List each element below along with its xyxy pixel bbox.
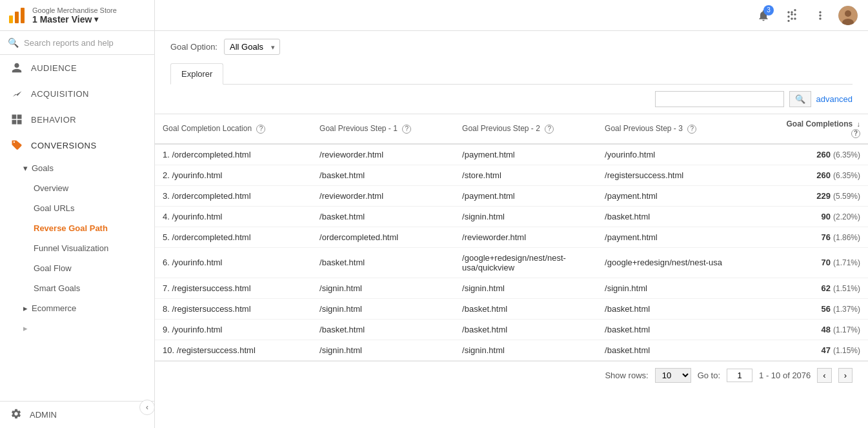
nav-reverse-goal-path[interactable]: Reverse Goal Path bbox=[0, 218, 154, 238]
table-cell[interactable]: /basket.html bbox=[597, 206, 754, 227]
help-icon-col3[interactable]: ? bbox=[687, 125, 696, 134]
table-cell[interactable]: 6. /yourinfo.html bbox=[155, 247, 312, 278]
user-avatar[interactable] bbox=[838, 6, 858, 25]
table-cell: 260(6.35%) bbox=[754, 165, 868, 185]
collapse-sidebar-button[interactable]: ‹ bbox=[139, 400, 155, 415]
table-cell[interactable]: /google+redesign/nest/nest-usa bbox=[597, 247, 754, 278]
sort-arrow: ↓ bbox=[857, 120, 861, 128]
table-cell[interactable]: 2. /yourinfo.html bbox=[155, 165, 312, 185]
table-cell[interactable]: /ordercompleted.html bbox=[312, 227, 454, 247]
table-cell[interactable]: /signin.html bbox=[454, 278, 597, 298]
goto-input[interactable]: 1 bbox=[727, 369, 752, 382]
table-cell[interactable]: /basket.html bbox=[312, 206, 454, 227]
nav-goal-flow[interactable]: Goal Flow bbox=[0, 258, 154, 278]
table-cell[interactable]: /revieworder.html bbox=[312, 185, 454, 206]
nav-section: AUDIENCE ACQUISITION BEHAVIOR CONVERSION… bbox=[0, 55, 154, 338]
table-cell[interactable]: /signin.html bbox=[312, 278, 454, 298]
table-cell[interactable]: /payment.html bbox=[454, 185, 597, 206]
collapse-icon: ▾ bbox=[23, 163, 28, 173]
table-cell[interactable]: /basket.html bbox=[312, 247, 454, 278]
help-icon-col4[interactable]: ? bbox=[851, 129, 860, 138]
goals-group[interactable]: ▾ Goals bbox=[0, 158, 154, 178]
table-cell[interactable]: /payment.html bbox=[454, 144, 597, 165]
table-cell[interactable]: /basket.html bbox=[312, 319, 454, 340]
table-cell[interactable]: 9. /yourinfo.html bbox=[155, 319, 312, 340]
table-cell[interactable]: /store.html bbox=[454, 165, 597, 185]
goal-select[interactable]: All Goals bbox=[224, 39, 280, 55]
table-cell[interactable]: 10. /registersuccess.html bbox=[155, 340, 312, 360]
ecommerce-group[interactable]: ▸ Ecommerce bbox=[0, 298, 154, 318]
svg-rect-6 bbox=[17, 120, 22, 125]
search-icon: 🔍 bbox=[795, 94, 805, 104]
table-cell[interactable]: /google+redesign/nest/nest-usa/quickview bbox=[454, 247, 597, 278]
table-cell[interactable]: 3. /ordercompleted.html bbox=[155, 185, 312, 206]
rows-per-page-select[interactable]: 10 25 50 100 bbox=[655, 368, 691, 383]
table-cell[interactable]: /basket.html bbox=[597, 340, 754, 360]
help-icon-col0[interactable]: ? bbox=[256, 125, 265, 134]
notification-badge: 3 bbox=[763, 5, 774, 15]
behavior-label: BEHAVIOR bbox=[31, 115, 76, 125]
table-cell[interactable]: 5. /ordercompleted.html bbox=[155, 227, 312, 247]
table-search-input[interactable] bbox=[655, 91, 784, 107]
table-cell[interactable]: /basket.html bbox=[597, 319, 754, 340]
next-page-button[interactable]: › bbox=[838, 368, 853, 383]
svg-rect-1 bbox=[15, 12, 19, 23]
col-header-completions[interactable]: Goal Completions ↓ ? bbox=[754, 114, 868, 144]
nav-funnel-visualization[interactable]: Funnel Visualization bbox=[0, 238, 154, 258]
table-cell[interactable]: /yourinfo.html bbox=[597, 144, 754, 165]
nav-goal-urls[interactable]: Goal URLs bbox=[0, 198, 154, 218]
sidebar-item-behavior[interactable]: BEHAVIOR bbox=[0, 107, 154, 132]
sidebar-item-audience[interactable]: AUDIENCE bbox=[0, 55, 154, 81]
svg-rect-2 bbox=[21, 8, 25, 23]
table-cell[interactable]: /basket.html bbox=[454, 298, 597, 319]
table-cell[interactable]: 1. /ordercompleted.html bbox=[155, 144, 312, 165]
table-cell[interactable]: /signin.html bbox=[454, 340, 597, 360]
table-cell[interactable]: 7. /registersuccess.html bbox=[155, 278, 312, 298]
table-cell[interactable]: /payment.html bbox=[597, 185, 754, 206]
table-cell[interactable]: /signin.html bbox=[312, 340, 454, 360]
table-cell[interactable]: /signin.html bbox=[597, 278, 754, 298]
audience-icon bbox=[10, 61, 23, 74]
table-row: 7. /registersuccess.html/signin.html/sig… bbox=[155, 278, 868, 298]
analytics-logo bbox=[8, 6, 26, 25]
help-icon-col2[interactable]: ? bbox=[545, 125, 554, 134]
table-row: 6. /yourinfo.html/basket.html/google+red… bbox=[155, 247, 868, 278]
sidebar: Google Merchandise Store 1 Master View ▾… bbox=[0, 0, 155, 428]
table-search-button[interactable]: 🔍 bbox=[789, 91, 811, 107]
svg-rect-0 bbox=[9, 15, 13, 23]
table-cell[interactable]: /basket.html bbox=[312, 165, 454, 185]
advanced-link[interactable]: advanced bbox=[816, 94, 853, 104]
notification-button[interactable]: 3 bbox=[753, 5, 774, 26]
table-cell: 48(1.17%) bbox=[754, 319, 868, 340]
table-cell[interactable]: /basket.html bbox=[454, 319, 597, 340]
content-header: Goal Option: All Goals Explorer bbox=[155, 31, 868, 85]
table-cell[interactable]: 4. /yourinfo.html bbox=[155, 206, 312, 227]
col-header-prev-step-2: Goal Previous Step - 2 ? bbox=[454, 114, 597, 144]
table-cell: 56(1.37%) bbox=[754, 298, 868, 319]
table-cell[interactable]: /registersuccess.html bbox=[597, 165, 754, 185]
dropdown-arrow-icon[interactable]: ▾ bbox=[94, 15, 98, 24]
page-info: 1 - 10 of 2076 bbox=[759, 371, 811, 380]
table-cell[interactable]: /payment.html bbox=[597, 227, 754, 247]
sidebar-item-admin[interactable]: ADMIN bbox=[0, 402, 154, 428]
tab-explorer[interactable]: Explorer bbox=[170, 63, 223, 85]
multi-channel-group[interactable]: ▸ bbox=[0, 318, 154, 338]
apps-button[interactable] bbox=[782, 5, 802, 26]
table-cell[interactable]: /revieworder.html bbox=[454, 227, 597, 247]
search-area[interactable]: 🔍 Search reports and help bbox=[0, 31, 154, 55]
nav-overview[interactable]: Overview bbox=[0, 178, 154, 198]
conversions-label: CONVERSIONS bbox=[31, 141, 97, 150]
table-cell[interactable]: /basket.html bbox=[597, 298, 754, 319]
table-cell[interactable]: /signin.html bbox=[454, 206, 597, 227]
more-options-button[interactable] bbox=[810, 5, 831, 26]
help-icon-col1[interactable]: ? bbox=[402, 125, 411, 134]
table-cell[interactable]: 8. /registersuccess.html bbox=[155, 298, 312, 319]
admin-icon bbox=[10, 408, 22, 422]
sidebar-item-acquisition[interactable]: ACQUISITION bbox=[0, 81, 154, 107]
table-cell[interactable]: /signin.html bbox=[312, 298, 454, 319]
sidebar-item-conversions[interactable]: CONVERSIONS bbox=[0, 132, 154, 158]
nav-smart-goals[interactable]: Smart Goals bbox=[0, 278, 154, 298]
goto-label: Go to: bbox=[698, 371, 720, 380]
prev-page-button[interactable]: ‹ bbox=[817, 368, 831, 383]
table-cell[interactable]: /revieworder.html bbox=[312, 144, 454, 165]
